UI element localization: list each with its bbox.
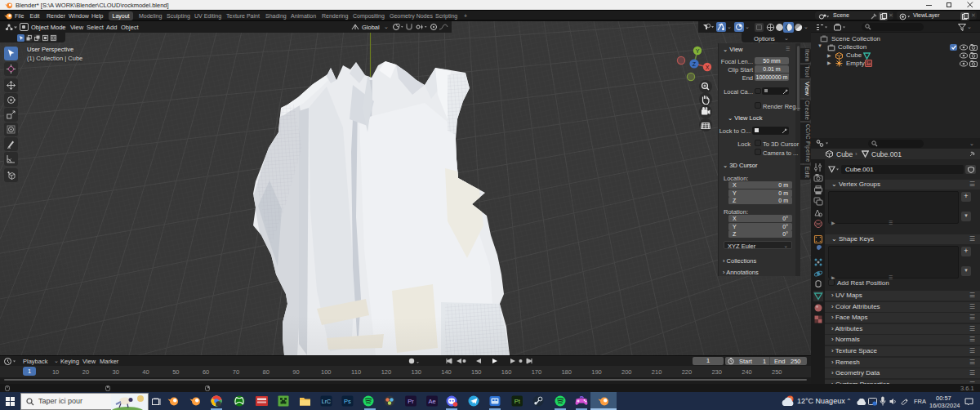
svg-text:X: X (706, 65, 710, 70)
svg-text:Ae: Ae (428, 398, 435, 405)
svg-text:Pt: Pt (514, 398, 521, 405)
svg-text:LrC: LrC (322, 399, 331, 404)
svg-text:Y: Y (696, 48, 700, 54)
svg-text:Pr: Pr (408, 398, 414, 405)
svg-text:Ps: Ps (344, 398, 351, 405)
svg-text:Z: Z (693, 61, 697, 67)
